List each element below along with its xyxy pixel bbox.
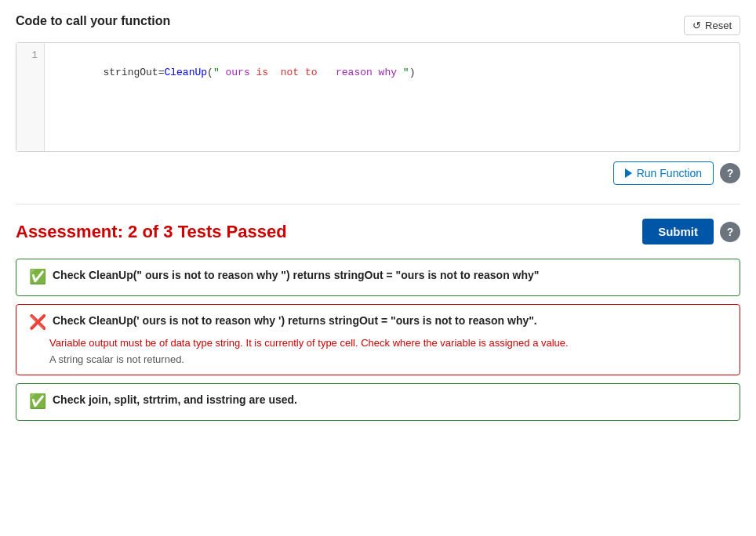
assessment-actions: Submit ? — [642, 219, 740, 244]
code-content: stringOut=CleanUp(" ours is not to reaso… — [45, 43, 740, 151]
assessment-title: Assessment: 2 of 3 Tests Passed — [16, 222, 287, 242]
test-1-text: Check CleanUp(" ours is not to reason wh… — [53, 269, 539, 281]
code-line-1: stringOut=CleanUp(" ours is not to reaso… — [54, 49, 730, 96]
reset-button[interactable]: ↺ Reset — [684, 16, 740, 35]
test-1-header: ✅ Check CleanUp(" ours is not to reason … — [29, 269, 727, 286]
test-card-2: ❌ Check CleanUp(' ours is not to reason … — [16, 304, 740, 376]
test-card-3: ✅ Check join, split, strtrim, and isstri… — [16, 383, 740, 421]
run-function-button[interactable]: Run Function — [613, 161, 714, 185]
test-2-text: Check CleanUp(' ours is not to reason wh… — [53, 314, 537, 327]
section-divider — [16, 204, 740, 205]
fail-icon-2: ❌ — [29, 314, 46, 331]
test-3-text: Check join, split, strtrim, and isstring… — [53, 393, 297, 406]
toolbar: Run Function ? — [16, 161, 740, 185]
assessment-header: Assessment: 2 of 3 Tests Passed Submit ? — [16, 219, 740, 244]
test-2-error: Variable output must be of data type str… — [49, 337, 727, 349]
play-icon — [625, 168, 632, 178]
pass-icon-1: ✅ — [29, 269, 46, 286]
test-results: ✅ Check CleanUp(" ours is not to reason … — [16, 259, 740, 421]
submit-button[interactable]: Submit — [642, 219, 714, 244]
pass-icon-3: ✅ — [29, 393, 46, 411]
test-2-header: ❌ Check CleanUp(' ours is not to reason … — [29, 314, 727, 331]
page-title: Code to call your function — [16, 14, 170, 28]
assessment-help-button[interactable]: ? — [720, 222, 740, 242]
reset-icon: ↺ — [692, 20, 701, 31]
test-card-1: ✅ Check CleanUp(" ours is not to reason … — [16, 259, 740, 296]
test-2-secondary: A string scalar is not returned. — [49, 353, 727, 365]
code-editor[interactable]: 1 stringOut=CleanUp(" ours is not to rea… — [16, 42, 740, 152]
run-help-button[interactable]: ? — [720, 163, 740, 183]
test-3-header: ✅ Check join, split, strtrim, and isstri… — [29, 393, 727, 411]
line-numbers: 1 — [16, 43, 45, 151]
